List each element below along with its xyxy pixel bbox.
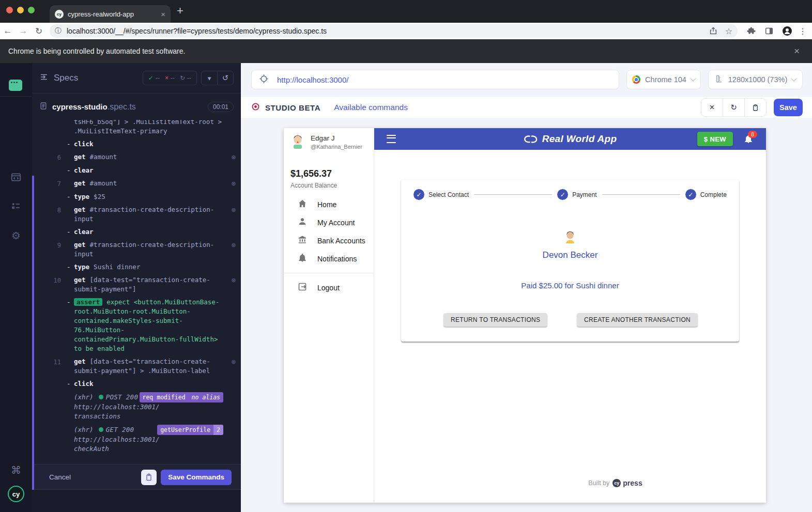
cancel-button[interactable]: Cancel <box>49 473 71 481</box>
command-row[interactable]: (xhr)POST 200req modifiedno aliashttp://… <box>32 390 241 423</box>
command-row[interactable]: -clear <box>32 164 241 177</box>
command-remove-icon[interactable]: ⊗ <box>232 240 236 250</box>
command-args: tsHF6_bSoq"] > .MuiListItemText-root > .… <box>74 120 222 135</box>
command-row[interactable]: 9get#transaction-create-description-inpu… <box>32 238 241 260</box>
new-tab-button[interactable]: + <box>177 4 183 18</box>
copy-commands-button[interactable] <box>141 470 157 485</box>
minimize-window-button[interactable] <box>17 7 24 13</box>
extensions-icon[interactable] <box>747 26 756 36</box>
reload-button[interactable]: ↻ <box>31 26 47 37</box>
command-row[interactable]: 8get#transaction-create-description-inpu… <box>32 203 241 225</box>
command-row[interactable]: -clear <box>32 225 241 238</box>
spec-row[interactable]: cypress-studio.spec.ts 00:01 <box>32 93 241 120</box>
bank-icon <box>297 235 308 246</box>
command-method: type <box>74 263 89 271</box>
back-button[interactable]: ← <box>0 26 16 36</box>
side-panel-icon[interactable] <box>764 26 774 36</box>
new-transaction-button[interactable]: $ NEW <box>697 132 733 146</box>
command-dash: - <box>67 166 71 175</box>
ruler-icon <box>715 74 724 85</box>
selector-playground-icon[interactable] <box>259 74 269 86</box>
automation-infobar: Chrome is being controlled by automated … <box>0 39 812 63</box>
bookmark-star-icon[interactable]: ☆ <box>725 26 732 36</box>
close-studio-icon[interactable]: × <box>701 99 723 116</box>
collapse-sidebar-icon[interactable] <box>39 72 49 84</box>
menu-kebab-icon[interactable]: ⋮ <box>799 26 807 36</box>
sidebar-item-notifications[interactable]: Notifications <box>284 250 374 268</box>
viewport-select[interactable]: 1280x1000 (73%) <box>708 70 803 89</box>
command-row[interactable]: -click <box>32 377 241 390</box>
browser-tab[interactable]: cy cypress-realworld-app × <box>50 5 171 23</box>
sidebar-item-home[interactable]: Home <box>284 195 374 213</box>
command-remove-icon[interactable]: ⊗ <box>232 152 236 162</box>
cypress-logo[interactable]: cy <box>8 486 24 502</box>
sidebar-item-my-account[interactable]: My Account <box>284 213 374 231</box>
forward-button[interactable]: → <box>16 26 31 36</box>
page-info-icon[interactable]: ⓘ <box>55 26 62 36</box>
command-row[interactable]: 7get#amount⊗ <box>32 177 241 190</box>
browser-toolbar: ← → ↻ ⓘ localhost:3000/__/#/specs/runner… <box>0 23 812 39</box>
command-dash: - <box>67 192 71 201</box>
command-row[interactable]: -click <box>32 137 241 150</box>
step-label: Complete <box>700 191 727 198</box>
profile-avatar[interactable] <box>782 26 792 36</box>
save-commands-button[interactable]: Save Commands <box>161 470 232 485</box>
restart-icon[interactable]: ↻ <box>723 99 744 116</box>
hamburger-menu-icon[interactable] <box>387 135 396 143</box>
reporter-buttons: ▾ ↺ <box>201 71 234 85</box>
aut-panel: http://localhost:3000/ Chrome 104 1280x1… <box>241 63 812 512</box>
pending-icon: ↻ <box>180 74 185 82</box>
return-to-transactions-button[interactable]: RETURN TO TRANSACTIONS <box>443 313 547 327</box>
command-number: 6 <box>32 152 61 162</box>
maximize-window-button[interactable] <box>28 7 35 13</box>
command-row[interactable]: -type$25 <box>32 190 241 203</box>
command-args: #transaction-create-description-input <box>74 241 214 258</box>
command-args: #amount <box>90 179 117 187</box>
xhr-status: POST 200 <box>106 393 139 402</box>
sidebar-item-bank-accounts[interactable]: Bank Accounts <box>284 231 374 250</box>
clipboard-icon[interactable] <box>744 99 766 116</box>
specs-nav-icon[interactable] <box>10 172 22 185</box>
keyboard-shortcuts-icon[interactable]: ⌘ <box>11 464 21 476</box>
command-dash: - <box>67 262 71 272</box>
command-row[interactable]: -typeSushi dinner <box>32 260 241 273</box>
runs-nav-icon[interactable] <box>10 200 22 214</box>
url-text: localhost:3000/__/#/specs/runner?file=cy… <box>67 27 701 35</box>
browser-select[interactable]: Chrome 104 <box>626 70 701 89</box>
command-row[interactable]: tsHF6_bSoq"] > .MuiListItemText-root > .… <box>32 120 241 137</box>
cypress-app-icon[interactable] <box>9 80 22 91</box>
command-remove-icon[interactable]: ⊗ <box>232 275 236 285</box>
notifications-bell[interactable]: 8 <box>743 134 754 144</box>
create-another-transaction-button[interactable]: CREATE ANOTHER TRANSACTION <box>577 313 698 327</box>
command-number: 11 <box>32 357 61 376</box>
command-row[interactable]: 6get#amount⊗ <box>32 150 241 164</box>
close-window-button[interactable] <box>6 7 13 13</box>
command-row[interactable]: -assertexpect <button.MuiButtonBase-root… <box>32 296 241 355</box>
aut-url-bar[interactable]: http://localhost:3000/ <box>251 70 619 89</box>
command-row[interactable]: (xhr)GET 200getUserProfile2http://localh… <box>32 423 241 455</box>
aut-url-text: http://localhost:3000/ <box>277 75 348 84</box>
command-remove-icon[interactable]: ⊗ <box>232 205 236 214</box>
url-bar[interactable]: ⓘ localhost:3000/__/#/specs/runner?file=… <box>50 24 738 38</box>
cypress-footer-logo[interactable]: cy <box>612 479 621 487</box>
tab-close-icon[interactable]: × <box>161 10 165 19</box>
rerun-icon[interactable]: ↺ <box>217 71 233 85</box>
command-row[interactable]: 10get[data-test="transaction-create-subm… <box>32 273 241 296</box>
passed-count: -- <box>156 74 160 82</box>
save-button[interactable]: Save <box>774 99 803 116</box>
command-remove-icon[interactable]: ⊗ <box>232 179 236 188</box>
share-icon[interactable] <box>709 26 718 36</box>
infobar-close-icon[interactable]: × <box>794 45 800 57</box>
app-frame: Edgar J @Katharina_Bernier $1,656.37 Acc… <box>284 128 766 503</box>
user-panel[interactable]: Edgar J @Katharina_Bernier <box>284 128 374 156</box>
command-row[interactable]: 11get[data-test="transaction-create-subm… <box>32 355 241 377</box>
available-commands-link[interactable]: Available commands <box>334 103 408 112</box>
settings-gear-icon[interactable]: ⚙ <box>11 229 21 242</box>
failed-count: -- <box>171 74 175 82</box>
command-method: clear <box>74 166 94 174</box>
command-number: 9 <box>32 240 61 259</box>
tab-title: cypress-realworld-app <box>68 10 158 18</box>
chevron-down-icon[interactable]: ▾ <box>202 71 217 85</box>
command-remove-icon[interactable]: ⊗ <box>232 357 236 366</box>
sidebar-item-logout[interactable]: Logout <box>284 278 374 297</box>
